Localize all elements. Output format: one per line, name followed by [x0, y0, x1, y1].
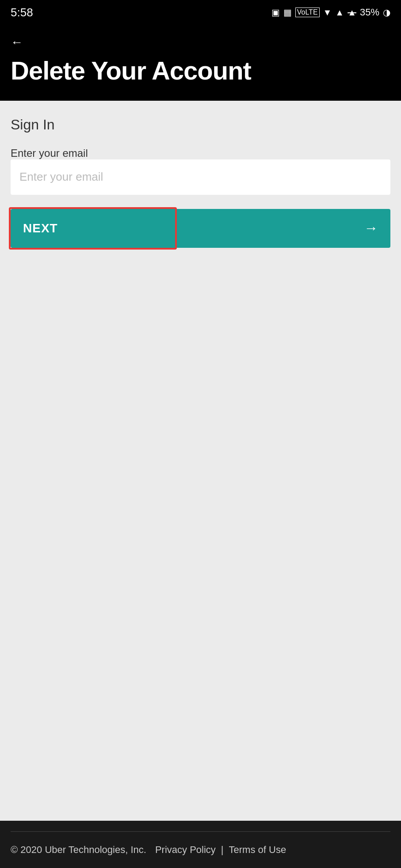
footer-separator: |	[221, 844, 224, 856]
next-label: NEXT	[23, 221, 58, 235]
empty-space	[0, 539, 401, 821]
wifi-icon: ▼	[323, 8, 332, 18]
battery-icon: ◑	[383, 7, 390, 18]
page-title: Delete Your Account	[11, 57, 390, 85]
notification-icon: ▣	[271, 7, 280, 18]
next-button[interactable]: NEXT →	[11, 209, 390, 248]
email-label: Enter your email	[11, 147, 88, 159]
main-content: Sign In Enter your email NEXT →	[0, 101, 401, 540]
volte-icon: VoLTE	[295, 8, 320, 17]
status-icons: ▣ ▦ VoLTE ▼ ▲ ▲ 35% ◑	[271, 7, 390, 18]
next-button-container: NEXT →	[11, 209, 390, 248]
footer-divider	[11, 831, 390, 832]
header: ← Delete Your Account	[0, 25, 401, 101]
back-button[interactable]: ←	[11, 32, 23, 53]
signal-icon: ▲	[335, 8, 344, 18]
sign-in-label: Sign In	[11, 117, 390, 133]
footer-links: © 2020 Uber Technologies, Inc. Privacy P…	[11, 844, 390, 856]
signal-x-icon: ▲	[348, 8, 356, 18]
email-input[interactable]	[11, 159, 390, 195]
terms-of-use-link[interactable]: Terms of Use	[229, 844, 286, 856]
footer: © 2020 Uber Technologies, Inc. Privacy P…	[0, 821, 401, 868]
battery-level: 35%	[360, 7, 379, 18]
image-icon: ▦	[283, 7, 292, 18]
privacy-policy-link[interactable]: Privacy Policy	[155, 844, 216, 856]
next-arrow-icon: →	[364, 220, 378, 236]
footer-copyright: © 2020 Uber Technologies, Inc.	[11, 844, 146, 856]
sign-in-section: Sign In Enter your email	[11, 117, 390, 209]
status-bar: 5:58 ▣ ▦ VoLTE ▼ ▲ ▲ 35% ◑	[0, 0, 401, 25]
back-arrow-icon: ←	[11, 35, 23, 49]
status-time: 5:58	[11, 6, 33, 19]
